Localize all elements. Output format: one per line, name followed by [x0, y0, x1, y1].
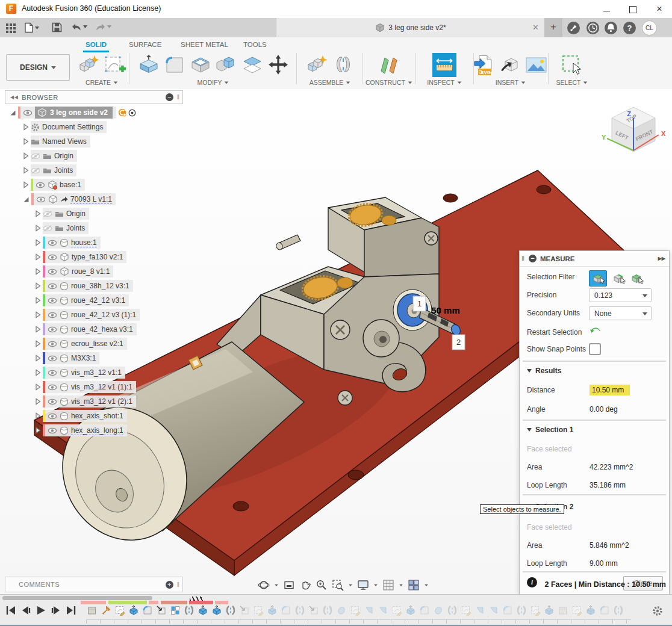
visibility-eye-icon[interactable] [48, 254, 57, 261]
timeline-feature-form[interactable] [432, 604, 444, 616]
dialog-expand-icon[interactable]: ▶▶ [658, 256, 665, 261]
browser-item-roue-42-hexa-v3-1[interactable]: roue_42_hexa v3:1 [35, 323, 137, 336]
browser-item-roue-38h-12-v3-1[interactable]: roue_38h_12 v3:1 [35, 279, 133, 293]
timeline-feature-extrude[interactable] [585, 604, 597, 616]
timeline-feature-sketch[interactable] [391, 604, 403, 616]
play-button[interactable] [35, 605, 47, 616]
expand-caret-icon[interactable] [35, 282, 41, 290]
visibility-eye-icon[interactable] [43, 225, 52, 232]
browser-item-origin[interactable]: Origin [35, 207, 89, 220]
expand-caret-icon[interactable] [35, 268, 41, 275]
ribbon-tab-sheet-metal[interactable]: SHEET METAL [178, 39, 231, 51]
workspace-selector[interactable]: DESIGN [6, 54, 70, 81]
visibility-eye-icon[interactable] [48, 297, 57, 304]
panel-options-icon[interactable]: − [166, 93, 173, 101]
maximize-button[interactable] [623, 0, 643, 17]
visibility-eye-icon[interactable] [48, 268, 57, 275]
extensions-icon[interactable] [567, 21, 580, 37]
group-label[interactable]: ASSEMBLE [310, 79, 344, 86]
visibility-eye-icon[interactable] [48, 413, 57, 420]
timeline-feature-pattern[interactable] [169, 604, 181, 616]
new-document-tab-button[interactable]: + [544, 18, 562, 37]
job-status-icon[interactable] [586, 21, 600, 37]
viewport-canvas[interactable]: 50 mm 1 2 TOP LEFT FRONT Y X Z [0, 89, 672, 594]
ribbon-tab-tools[interactable]: TOOLS [241, 39, 269, 51]
timeline-feature-joint[interactable] [446, 604, 458, 616]
display-settings-icon[interactable] [357, 579, 369, 591]
browser-item-document-settings[interactable]: Document Settings [23, 120, 107, 134]
timeline-feature-form[interactable] [335, 604, 347, 616]
chevron-down-icon[interactable] [349, 584, 352, 586]
filter-face-button[interactable] [589, 270, 607, 287]
visibility-eye-icon[interactable] [48, 283, 57, 290]
dialog-drag-handle[interactable]: ‖ [521, 255, 525, 262]
group-label[interactable]: INSERT [496, 79, 518, 86]
timeline-feature-derive[interactable] [308, 604, 320, 616]
browser-item-vis-m3-12-v1-1[interactable]: vis_m3_12 v1:1 [35, 366, 125, 379]
timeline-feature-sketch[interactable] [114, 604, 126, 616]
timeline-feature-wedge[interactable] [474, 604, 486, 616]
browser-item-joints[interactable]: Joints [23, 164, 76, 177]
skip-start-button[interactable] [5, 605, 17, 616]
visibility-eye-icon[interactable] [31, 153, 40, 160]
timeline-feature-fillet[interactable] [142, 604, 154, 616]
browser-item-roue-42-12-v3-1-1[interactable]: roue_42_12 v3 (1):1 [35, 308, 140, 321]
browser-item-m3x3-1[interactable]: M3X3:1 [35, 352, 99, 365]
expand-caret-icon[interactable] [35, 340, 41, 347]
browser-item-base-1[interactable]: base:1 [23, 178, 85, 191]
timeline-feature-extrude[interactable] [405, 604, 417, 616]
insert-mesh-icon[interactable] [499, 54, 522, 76]
save-icon[interactable] [52, 22, 62, 33]
grid-settings-icon[interactable] [382, 579, 394, 591]
expand-caret-icon[interactable] [35, 383, 41, 391]
browser-item-hex-axis-shot-1[interactable]: hex_axis_shot:1 [35, 409, 127, 423]
redo-icon[interactable] [95, 22, 111, 31]
expand-caret-icon[interactable] [35, 253, 41, 261]
browser-item-70093-l-v1-1[interactable]: 70093 L v1:1 [23, 193, 116, 206]
timeline-feature-derive[interactable] [155, 604, 167, 616]
timeline-feature-derive[interactable] [238, 604, 250, 616]
timeline-feature-joint[interactable] [322, 604, 334, 616]
combine-icon[interactable] [215, 54, 238, 76]
group-label[interactable]: CREATE [86, 79, 111, 86]
expand-caret-icon[interactable] [23, 181, 29, 188]
document-tab-close-icon[interactable]: ✕ [532, 23, 539, 32]
fit-icon[interactable] [332, 579, 344, 591]
document-tab[interactable]: 3 leg one side v2* ✕ [276, 18, 546, 37]
expand-caret-icon[interactable] [35, 225, 41, 232]
visibility-eye-icon[interactable] [48, 398, 57, 405]
precision-dropdown[interactable]: 0.123 [589, 288, 652, 302]
canvas-icon[interactable] [525, 54, 548, 76]
pan-icon[interactable] [299, 579, 311, 591]
group-label[interactable]: SELECT [556, 79, 581, 86]
expand-caret-icon[interactable] [35, 398, 41, 405]
skip-end-button[interactable] [65, 605, 77, 616]
timeline-feature-cube[interactable] [557, 604, 569, 616]
expand-caret-icon[interactable] [35, 311, 41, 318]
visibility-eye-icon[interactable] [48, 427, 57, 434]
notifications-bell-icon[interactable] [604, 21, 618, 37]
browser-item-vis-m3-12-v1-1-1[interactable]: vis_m3_12 v1 (1):1 [35, 380, 136, 394]
browser-item-3-leg-one-side-v2[interactable]: 3 leg one side v2 [10, 106, 136, 119]
minimize-button[interactable] [596, 0, 617, 17]
shell-icon[interactable] [189, 54, 212, 76]
chevron-down-icon[interactable] [374, 584, 378, 586]
create-sketch-icon[interactable] [104, 54, 126, 76]
selection1-section-header[interactable]: Selection 1 [527, 426, 573, 434]
undo-icon[interactable] [71, 22, 87, 31]
visibility-eye-icon[interactable] [43, 211, 52, 217]
expand-caret-icon[interactable] [35, 297, 41, 304]
timeline-feature-joint[interactable] [612, 604, 624, 616]
view-cube[interactable]: TOP LEFT FRONT Y X Z [602, 107, 666, 152]
browser-item-type-fa130-v2-1[interactable]: type_fa130 v2:1 [35, 250, 126, 264]
timeline-feature-sketch[interactable] [460, 604, 472, 616]
step-forward-button[interactable] [50, 605, 62, 616]
expand-caret-icon[interactable] [35, 369, 41, 376]
restart-selection-icon[interactable] [590, 327, 601, 339]
insert-svg-icon[interactable]: SVG [473, 54, 496, 76]
timeline-feature-cube[interactable] [86, 604, 98, 616]
browser-item-hex-axis-long-1[interactable]: hex_axis_long:1 [35, 424, 127, 437]
move-icon[interactable] [267, 54, 290, 76]
expand-caret-icon[interactable] [35, 427, 41, 434]
zoom-icon[interactable] [316, 579, 328, 591]
